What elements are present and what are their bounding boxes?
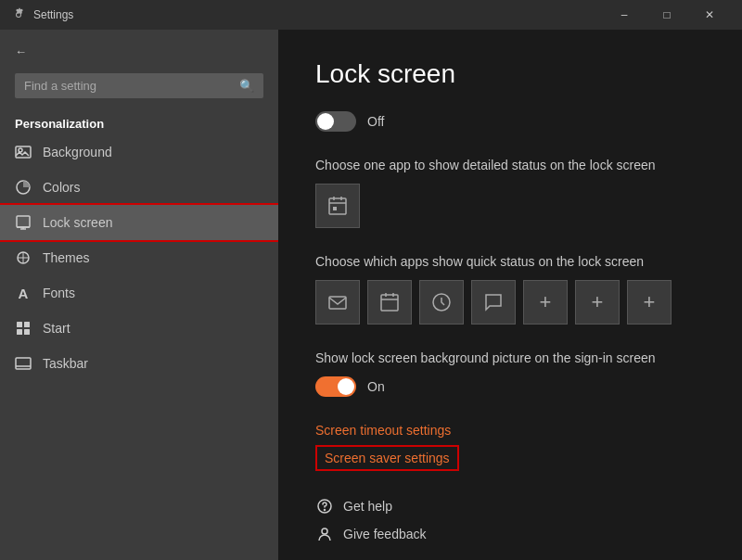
bg-toggle-row: On [315,376,705,397]
give-feedback-row[interactable]: Give feedback [315,525,705,543]
lock-screen-icon [15,214,32,231]
calendar-detailed-icon[interactable] [315,184,360,228]
background-icon [15,144,32,160]
quick-status-icons: + + + [315,280,705,325]
svg-rect-11 [24,329,30,335]
main-container: ← 🔍 Personalization Background [0,30,742,560]
svg-rect-14 [329,198,346,214]
svg-rect-19 [329,297,346,309]
colors-icon [15,179,32,196]
sidebar-item-fonts-label: Fonts [43,286,75,300]
svg-rect-3 [17,216,30,227]
show-bg-label: Show lock screen background picture on t… [315,350,705,365]
window-controls: – □ ✕ [603,0,731,30]
sidebar-item-background[interactable]: Background [0,134,278,170]
sidebar: ← 🔍 Personalization Background [0,30,278,560]
screen-timeout-link[interactable]: Screen timeout settings [315,423,705,438]
svg-point-26 [325,510,326,511]
page-title: Lock screen [315,59,705,89]
svg-rect-20 [381,295,398,311]
sidebar-item-lock-screen-label: Lock screen [43,215,112,230]
sidebar-item-start-label: Start [43,321,70,336]
start-icon [15,320,32,337]
screen-saver-link[interactable]: Screen saver settings [315,445,459,471]
sidebar-item-lock-screen[interactable]: Lock screen [0,205,278,240]
sidebar-item-themes-label: Themes [43,250,90,265]
minimize-button[interactable]: – [603,0,646,30]
search-input[interactable] [24,79,239,93]
calendar-quick-icon[interactable] [367,280,412,325]
get-help-label: Get help [343,499,392,514]
give-feedback-icon [315,525,334,543]
detailed-status-label: Choose one app to show detailed status o… [315,158,705,172]
svg-rect-9 [24,322,30,327]
svg-rect-8 [17,322,22,327]
svg-rect-18 [333,207,337,210]
get-help-icon [315,497,334,515]
clock-quick-icon[interactable] [419,280,464,325]
bg-toggle[interactable] [315,376,356,397]
sidebar-item-taskbar[interactable]: Taskbar [0,346,278,381]
quick-status-label: Choose which apps show quick status on t… [315,254,705,269]
back-arrow-icon: ← [15,45,27,58]
give-feedback-label: Give feedback [343,527,427,541]
search-icon: 🔍 [239,79,254,93]
fonts-icon: A [15,285,32,301]
sidebar-item-start[interactable]: Start [0,311,278,346]
taskbar-icon [15,355,32,372]
svg-point-27 [322,528,327,534]
close-button[interactable]: ✕ [688,0,731,30]
svg-rect-10 [17,329,22,335]
title-bar: Settings – □ ✕ [0,0,742,30]
main-toggle[interactable] [315,111,356,132]
svg-rect-12 [16,358,31,369]
settings-icon [11,7,26,22]
add-quick-icon-1[interactable]: + [523,280,568,325]
add-quick-icon-2[interactable]: + [575,280,620,325]
main-toggle-label: Off [367,114,384,129]
title-bar-text: Settings [33,8,73,21]
chat-quick-icon[interactable] [471,280,516,325]
add-quick-icon-3[interactable]: + [627,280,672,325]
sidebar-item-colors[interactable]: Colors [0,170,278,205]
sidebar-item-background-label: Background [43,145,112,159]
toggle-knob [317,113,334,130]
bg-toggle-knob [338,378,354,395]
sidebar-item-colors-label: Colors [43,180,80,195]
detailed-status-icons [315,184,705,228]
main-toggle-row: Off [315,111,705,132]
sidebar-item-fonts[interactable]: A Fonts [0,275,278,311]
sidebar-section-title: Personalization [0,109,278,134]
sidebar-item-themes[interactable]: Themes [0,240,278,275]
bg-toggle-label: On [367,379,385,394]
show-bg-section: Show lock screen background picture on t… [315,350,705,397]
get-help-row[interactable]: Get help [315,497,705,515]
help-links: Get help Give feedback [315,497,705,543]
maximize-button[interactable]: □ [646,0,688,30]
back-button[interactable]: ← [0,37,278,66]
mail-quick-icon[interactable] [315,280,360,325]
search-box[interactable]: 🔍 [15,73,263,98]
themes-icon [15,249,32,266]
sidebar-item-taskbar-label: Taskbar [43,356,88,371]
content-area: Lock screen Off Choose one app to show d… [278,30,742,560]
